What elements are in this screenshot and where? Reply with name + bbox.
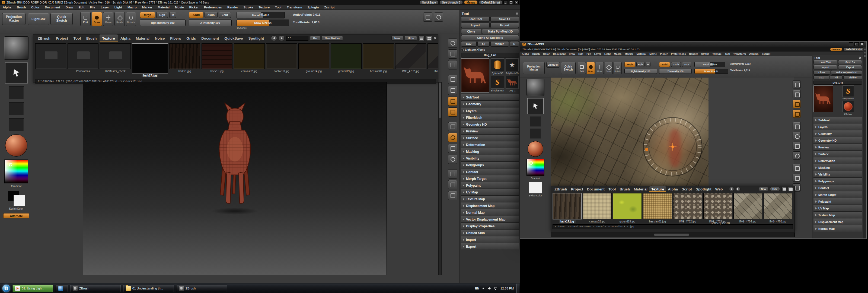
z-intensity-slider[interactable]: Z Intensity 100 [659, 69, 692, 74]
close-icon[interactable] [514, 1, 519, 4]
menu-item[interactable]: Render [225, 6, 241, 9]
menu-item[interactable]: File [585, 52, 592, 55]
recent-tool-item[interactable]: ZSphere [834, 101, 862, 115]
zadd-button[interactable]: Zadd [189, 12, 204, 18]
menu-item[interactable]: Tool [723, 52, 732, 55]
alpha-thumb[interactable] [530, 128, 541, 139]
menu-item[interactable]: Movie [172, 6, 187, 9]
tool-palette-section[interactable]: Unified Skin [461, 230, 519, 236]
import-button[interactable]: Import [461, 23, 490, 28]
list-view-icon[interactable] [418, 35, 425, 41]
menu-item[interactable]: Alpha [520, 52, 531, 55]
tool-palette-section[interactable]: Deformation [461, 141, 519, 148]
menu-item[interactable]: Light [112, 6, 125, 9]
menu-item[interactable]: Document [42, 6, 63, 9]
tool-palette-section[interactable]: Polypaint [461, 182, 519, 189]
hide-button[interactable]: Hide [770, 187, 780, 191]
menu-item[interactable]: Marker [140, 6, 155, 9]
horizontal-scrollbar[interactable] [551, 233, 795, 237]
tool-palette-section[interactable]: SubTool [813, 117, 862, 123]
focal-shift-slider[interactable]: Focal Shift 0 [237, 12, 285, 19]
clone-all-subtools-button[interactable]: Clone All SubTools [461, 35, 519, 40]
maximize-icon[interactable] [855, 42, 859, 46]
tool-palette-section[interactable]: Vector Displacement Map [461, 216, 519, 223]
current-brush-thumb[interactable] [5, 63, 27, 83]
tool-palette-section[interactable]: Geometry HD [813, 137, 862, 144]
minimize-icon[interactable] [503, 1, 508, 4]
current-tool-thumb[interactable] [461, 58, 489, 92]
lightbox-item[interactable]: IMG_4752.jpg [396, 43, 426, 73]
color-picker-cursor[interactable] [9, 163, 12, 166]
focal-shift-slider[interactable]: Focal Shift 0 [694, 62, 725, 67]
taskbar-item[interactable] [55, 285, 68, 292]
lightbox-tab[interactable]: Tool [71, 34, 84, 42]
tool-palette-close-icon[interactable] [859, 56, 862, 59]
load-tool-button[interactable]: Load Tool [461, 16, 490, 22]
goz-button[interactable]: GoZ [813, 76, 829, 80]
recent-tool-item[interactable]: Dog_1 [505, 76, 519, 92]
m-button[interactable]: M [646, 62, 650, 67]
clock[interactable]: 12:55 PM [500, 287, 514, 290]
draw-mode-button[interactable]: Draw [587, 62, 595, 74]
material-thumb[interactable] [528, 141, 543, 157]
lightbox-tab[interactable]: Material [632, 186, 649, 192]
menu-item[interactable]: Movie [648, 52, 658, 55]
lightbox-item[interactable]: IMG_4755.jpg [764, 193, 792, 223]
tool-palette-section[interactable]: Texture Map [461, 196, 519, 202]
lightbox-item[interactable]: brick13.jpg [202, 43, 232, 73]
tool-palette-section[interactable]: Contact [461, 169, 519, 175]
lightbox-tab[interactable]: Grids [184, 34, 198, 42]
lightbox-tab[interactable]: Script [680, 186, 694, 192]
zoom-doc-button[interactable] [448, 191, 457, 200]
lightbox-item[interactable]: hessian01.jpg [643, 193, 672, 223]
alpha-thumb[interactable] [9, 102, 24, 115]
menu-item[interactable]: Tool [272, 6, 284, 9]
frame-button[interactable] [448, 133, 457, 142]
rotate-mode-button[interactable]: Rotate [126, 12, 136, 26]
document-canvas[interactable] [551, 78, 794, 187]
lightbox-tab[interactable]: Tool [607, 186, 618, 192]
menu-item[interactable]: Layer [98, 6, 112, 9]
tool-palette-section[interactable]: Layers [461, 108, 519, 114]
bpr-render-button[interactable] [448, 38, 457, 48]
z-intensity-slider[interactable]: Z Intensity 100 [189, 20, 231, 26]
scroll-button[interactable] [448, 144, 457, 153]
mrgb-button[interactable]: Mrgb [624, 62, 635, 67]
lightbox-item[interactable]: UVMaster_check [100, 43, 130, 73]
taskbar-item[interactable]: ZBrush [176, 285, 227, 292]
previous-folder-icon[interactable] [271, 35, 277, 41]
lightbox-item[interactable]: bark17.jpg [132, 43, 167, 77]
aa-half-button[interactable] [448, 169, 457, 178]
tool-palette-section[interactable]: Contact [813, 184, 862, 191]
lightbox-tab[interactable]: Texture [99, 34, 118, 42]
menu-item[interactable]: Macro [125, 6, 140, 9]
mrgb-button[interactable]: Mrgb [140, 12, 155, 18]
local-symmetry-button[interactable] [448, 122, 457, 131]
zcut-button[interactable]: Zcut [219, 12, 231, 18]
menu-item[interactable]: Zplugin [748, 52, 760, 55]
recent-tool-item[interactable]: PolyMesh3D [505, 58, 519, 75]
new-button[interactable]: New [759, 187, 768, 191]
menu-item[interactable]: Zscript [321, 6, 337, 9]
aa-half-button[interactable] [793, 164, 801, 172]
lightbox-item[interactable]: IMG_4753.jpg [428, 43, 438, 73]
list-view-icon[interactable] [781, 187, 786, 191]
lightbox-tab[interactable]: Alpha [666, 186, 680, 192]
lightbox-tab[interactable]: Spotlight [246, 34, 267, 42]
canvas-scrollbar[interactable] [438, 82, 442, 275]
tool-palette-section[interactable]: Masking [813, 164, 862, 171]
menu-item[interactable]: File [87, 6, 98, 9]
lightbox-tab[interactable]: Alpha [118, 34, 133, 42]
file-filter-input[interactable]: *.* [286, 36, 308, 41]
tool-palette-section[interactable]: Normal Map [813, 225, 862, 232]
lightbox-item[interactable]: ground19.jpg [331, 43, 361, 73]
bark-texture-image[interactable] [551, 78, 709, 187]
menu-item[interactable]: Draw [63, 6, 76, 9]
recent-tool-item[interactable]: Cylinder3D [491, 58, 504, 75]
start-button[interactable] [2, 284, 11, 292]
grid-view-icon[interactable] [788, 187, 793, 191]
lightbox-close-icon[interactable] [434, 37, 436, 39]
render-mode-button[interactable] [793, 90, 801, 98]
lightbox-tab[interactable]: Brush [618, 186, 632, 192]
grid-view-icon[interactable] [426, 35, 432, 41]
